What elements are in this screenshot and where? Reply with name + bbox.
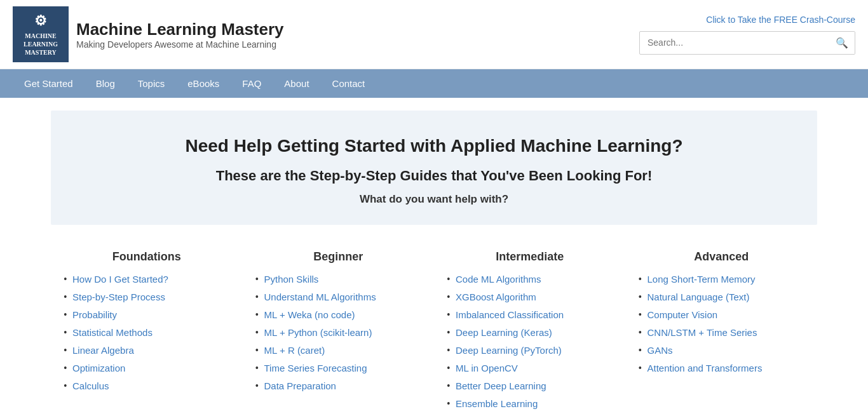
- topic-link-2-0[interactable]: Code ML Algorithms: [456, 274, 541, 285]
- list-item: Step-by-Step Process: [64, 292, 230, 303]
- topic-list-2: Code ML AlgorithmsXGBoost AlgorithmImbal…: [447, 274, 613, 410]
- list-item: Understand ML Algorithms: [255, 292, 422, 303]
- topic-link-2-1[interactable]: XGBoost Algorithm: [456, 292, 536, 302]
- topic-list-3: Long Short-Term MemoryNatural Language (…: [639, 274, 805, 374]
- nav-link-about[interactable]: About: [273, 69, 320, 98]
- topic-column-beginner: BeginnerPython SkillsUnderstand ML Algor…: [243, 244, 435, 416]
- logo-text-line3: MASTERY: [25, 48, 57, 57]
- nav-item-ebooks[interactable]: eBooks: [176, 69, 231, 98]
- list-item: Time Series Forecasting: [255, 363, 422, 374]
- gear-icon: ⚙: [34, 12, 47, 30]
- topic-link-2-6[interactable]: Better Deep Learning: [456, 380, 546, 391]
- topic-link-2-4[interactable]: Deep Learning (PyTorch): [456, 345, 562, 356]
- hero-subheading: These are the Step-by-Step Guides that Y…: [64, 168, 804, 184]
- topic-link-1-0[interactable]: Python Skills: [264, 274, 319, 285]
- nav-item-about[interactable]: About: [273, 69, 320, 98]
- list-item: Ensemble Learning: [447, 398, 613, 410]
- header-left: ⚙ MACHINE LEARNING MASTERY Machine Learn…: [13, 6, 284, 62]
- list-item: Linear Algebra: [64, 345, 230, 356]
- topic-column-intermediate: IntermediateCode ML AlgorithmsXGBoost Al…: [434, 244, 626, 416]
- list-item: Imbalanced Classification: [447, 309, 613, 321]
- site-header: ⚙ MACHINE LEARNING MASTERY Machine Learn…: [0, 0, 868, 69]
- topic-heading-0: Foundations: [64, 250, 230, 264]
- nav-item-faq[interactable]: FAQ: [231, 69, 273, 98]
- list-item: GANs: [639, 345, 805, 356]
- nav-link-ebooks[interactable]: eBooks: [176, 69, 231, 98]
- site-branding: Machine Learning Mastery Making Develope…: [76, 20, 284, 50]
- list-item: Calculus: [64, 380, 230, 392]
- topic-link-2-3[interactable]: Deep Learning (Keras): [456, 327, 552, 338]
- header-right: Click to Take the FREE Crash-Course 🔍: [639, 15, 855, 55]
- topic-link-0-1[interactable]: Step-by-Step Process: [72, 292, 165, 302]
- topic-link-2-7[interactable]: Ensemble Learning: [456, 398, 538, 409]
- site-logo: ⚙ MACHINE LEARNING MASTERY: [13, 6, 69, 62]
- topic-link-0-2[interactable]: Probability: [72, 309, 117, 320]
- list-item: ML + Weka (no code): [255, 309, 422, 321]
- list-item: Probability: [64, 309, 230, 321]
- nav-link-blog[interactable]: Blog: [85, 69, 126, 98]
- nav-item-get-started[interactable]: Get Started: [13, 69, 85, 98]
- nav-list: Get Started Blog Topics eBooks FAQ About…: [0, 69, 868, 98]
- nav-link-contact[interactable]: Contact: [321, 69, 377, 98]
- search-button[interactable]: 🔍: [829, 32, 855, 54]
- topic-column-advanced: AdvancedLong Short-Term MemoryNatural La…: [626, 244, 818, 416]
- logo-text-line2: LEARNING: [24, 40, 58, 48]
- search-icon: 🔍: [836, 37, 848, 48]
- topic-list-0: How Do I Get Started?Step-by-Step Proces…: [64, 274, 230, 392]
- logo-text-line1: MACHINE: [25, 32, 56, 40]
- hero-heading: Need Help Getting Started with Applied M…: [64, 136, 804, 156]
- site-tagline: Making Developers Awesome at Machine Lea…: [76, 39, 284, 50]
- hero-question: What do you want help with?: [64, 193, 804, 206]
- list-item: Python Skills: [255, 274, 422, 285]
- topic-link-1-6[interactable]: Data Preparation: [264, 380, 336, 391]
- topic-link-1-4[interactable]: ML + R (caret): [264, 345, 325, 356]
- topic-link-0-0[interactable]: How Do I Get Started?: [72, 274, 168, 285]
- topic-link-0-3[interactable]: Statistical Methods: [72, 327, 153, 338]
- list-item: XGBoost Algorithm: [447, 292, 613, 303]
- list-item: CNN/LSTM + Time Series: [639, 327, 805, 339]
- list-item: Computer Vision: [639, 309, 805, 321]
- list-item: Data Preparation: [255, 380, 422, 392]
- topic-heading-2: Intermediate: [447, 250, 613, 264]
- nav-item-topics[interactable]: Topics: [126, 69, 177, 98]
- topic-link-0-4[interactable]: Linear Algebra: [72, 345, 134, 356]
- list-item: Statistical Methods: [64, 327, 230, 339]
- list-item: Attention and Transformers: [639, 363, 805, 374]
- topic-link-1-1[interactable]: Understand ML Algorithms: [264, 292, 376, 302]
- nav-link-faq[interactable]: FAQ: [231, 69, 273, 98]
- main-nav: Get Started Blog Topics eBooks FAQ About…: [0, 69, 868, 98]
- list-item: How Do I Get Started?: [64, 274, 230, 285]
- topic-link-3-2[interactable]: Computer Vision: [648, 309, 718, 320]
- topic-link-3-3[interactable]: CNN/LSTM + Time Series: [648, 327, 757, 338]
- list-item: ML + Python (scikit-learn): [255, 327, 422, 339]
- topic-link-3-0[interactable]: Long Short-Term Memory: [648, 274, 756, 285]
- nav-item-blog[interactable]: Blog: [85, 69, 126, 98]
- search-input[interactable]: [640, 32, 829, 53]
- topic-link-3-4[interactable]: GANs: [648, 345, 673, 356]
- list-item: Deep Learning (Keras): [447, 327, 613, 339]
- nav-link-get-started[interactable]: Get Started: [13, 69, 85, 98]
- topics-grid: FoundationsHow Do I Get Started?Step-by-…: [0, 231, 868, 416]
- nav-link-topics[interactable]: Topics: [126, 69, 177, 98]
- crash-course-link[interactable]: Click to Take the FREE Crash-Course: [706, 15, 855, 25]
- topic-link-1-3[interactable]: ML + Python (scikit-learn): [264, 327, 372, 338]
- topic-link-0-6[interactable]: Calculus: [72, 380, 109, 391]
- list-item: Code ML Algorithms: [447, 274, 613, 285]
- topic-link-1-2[interactable]: ML + Weka (no code): [264, 309, 355, 320]
- topic-link-3-5[interactable]: Attention and Transformers: [648, 363, 763, 373]
- list-item: Natural Language (Text): [639, 292, 805, 303]
- list-item: ML + R (caret): [255, 345, 422, 356]
- topic-heading-3: Advanced: [639, 250, 805, 264]
- nav-item-contact[interactable]: Contact: [321, 69, 377, 98]
- topic-list-1: Python SkillsUnderstand ML AlgorithmsML …: [255, 274, 422, 392]
- topic-link-0-5[interactable]: Optimization: [72, 363, 125, 373]
- topic-link-1-5[interactable]: Time Series Forecasting: [264, 363, 367, 373]
- list-item: Deep Learning (PyTorch): [447, 345, 613, 356]
- topic-link-3-1[interactable]: Natural Language (Text): [648, 292, 750, 302]
- list-item: Optimization: [64, 363, 230, 374]
- list-item: Better Deep Learning: [447, 380, 613, 392]
- topic-link-2-5[interactable]: ML in OpenCV: [456, 363, 518, 373]
- site-title: Machine Learning Mastery: [76, 20, 284, 39]
- list-item: Long Short-Term Memory: [639, 274, 805, 285]
- topic-link-2-2[interactable]: Imbalanced Classification: [456, 309, 564, 320]
